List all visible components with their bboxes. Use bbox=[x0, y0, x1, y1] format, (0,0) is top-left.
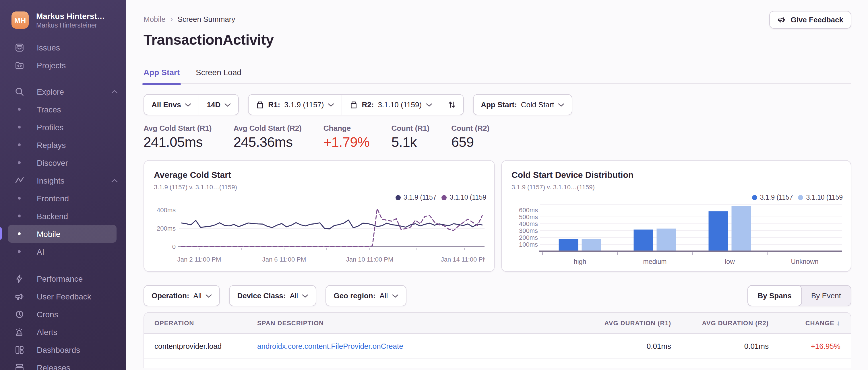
give-feedback-button[interactable]: Give Feedback bbox=[769, 11, 851, 29]
stack-icon bbox=[14, 362, 25, 370]
stat-value: 659 bbox=[451, 134, 489, 150]
env-date-filter: All Envs 14D bbox=[144, 94, 239, 115]
cell-operation: contentprovider.load bbox=[154, 342, 257, 350]
sidebar: MH Markus Hinterst… Markus Hintersteiner… bbox=[0, 0, 126, 370]
sidebar-item-replays[interactable]: Replays bbox=[0, 136, 126, 154]
bullet-icon bbox=[18, 214, 21, 217]
toggle-by-spans[interactable]: By Spans bbox=[747, 285, 802, 306]
stat-avg-cold-start-r2: Avg Cold Start (R2) 245.36ms bbox=[234, 124, 301, 150]
sidebar-item-traces[interactable]: Traces bbox=[0, 100, 126, 118]
geo-region-filter[interactable]: Geo region: All bbox=[326, 286, 406, 306]
sidebar-item-crons[interactable]: Crons bbox=[0, 305, 126, 323]
device-class-label: Device Class: bbox=[237, 292, 286, 300]
legend-dot bbox=[442, 195, 447, 200]
sidebar-item-label: Profiles bbox=[37, 123, 63, 132]
stat-label: Avg Cold Start (R1) bbox=[144, 124, 212, 133]
stat-label: Avg Cold Start (R2) bbox=[234, 124, 301, 133]
sidebar-item-label: Performance bbox=[37, 274, 83, 283]
svg-text:Unknown: Unknown bbox=[791, 258, 818, 265]
pulse-icon bbox=[14, 175, 25, 186]
chevron-down-icon bbox=[392, 294, 398, 297]
sidebar-item-label: AI bbox=[37, 247, 44, 256]
svg-text:400ms: 400ms bbox=[157, 206, 176, 214]
legend-label: 3.1.9 (1157 bbox=[404, 194, 437, 201]
operation-filter[interactable]: Operation: All bbox=[144, 286, 219, 306]
megaphone-icon bbox=[14, 291, 25, 301]
device-class-filter[interactable]: Device Class: All bbox=[229, 286, 316, 306]
chart-subtitle: 3.1.9 (1157) v. 3.1.10…(1159) bbox=[512, 183, 851, 191]
col-avg-duration-r1[interactable]: AVG DURATION (R1) bbox=[574, 319, 671, 327]
table-header: OPERATION SPAN DESCRIPTION AVG DURATION … bbox=[144, 313, 851, 334]
sidebar-item-insights[interactable]: Insights bbox=[0, 171, 126, 189]
bullet-icon bbox=[18, 161, 21, 164]
legend-label: 3.1.9 (1157 bbox=[760, 194, 793, 201]
col-avg-duration-r2[interactable]: AVG DURATION (R2) bbox=[671, 319, 769, 327]
sidebar-item-frontend[interactable]: Frontend bbox=[0, 189, 126, 207]
line-chart[interactable]: 200ms400ms0Jan 2 11:00 PMJan 6 11:00 PMJ… bbox=[152, 202, 485, 268]
megaphone-icon bbox=[777, 15, 786, 24]
bullet-icon bbox=[18, 250, 21, 253]
svg-text:300ms: 300ms bbox=[519, 227, 538, 234]
env-filter[interactable]: All Envs bbox=[144, 95, 199, 115]
sidebar-item-projects[interactable]: Projects bbox=[0, 56, 126, 74]
sidebar-item-releases[interactable]: Releases bbox=[0, 359, 126, 370]
sidebar-item-profiles[interactable]: Profiles bbox=[0, 118, 126, 136]
cell-span-description-link[interactable]: androidx.core.content.FileProvider.onCre… bbox=[257, 342, 574, 350]
view-toggle: By Spans By Event bbox=[747, 285, 851, 306]
operation-value: All bbox=[193, 292, 202, 300]
chevron-up-icon[interactable] bbox=[112, 179, 118, 182]
sidebar-item-discover[interactable]: Discover bbox=[0, 154, 126, 171]
sidebar-item-ai[interactable]: AI bbox=[0, 243, 126, 261]
swap-arrows-icon bbox=[447, 100, 456, 109]
svg-text:200ms: 200ms bbox=[519, 234, 538, 241]
chart-subtitle: 3.1.9 (1157) v. 3.1.10…(1159) bbox=[154, 183, 494, 191]
sidebar-item-label: User Feedback bbox=[37, 292, 91, 301]
stat-label: Change bbox=[323, 124, 370, 133]
sidebar-item-alerts[interactable]: Alerts bbox=[0, 323, 126, 341]
date-range-filter[interactable]: 14D bbox=[199, 95, 239, 115]
device-class-value: All bbox=[290, 292, 298, 300]
tab-screen-load[interactable]: Screen Load bbox=[196, 68, 241, 77]
col-span-description[interactable]: SPAN DESCRIPTION bbox=[257, 319, 574, 327]
sidebar-item-mobile[interactable]: Mobile bbox=[8, 225, 117, 243]
sort-desc-icon[interactable]: ↓ bbox=[837, 319, 840, 327]
table-row[interactable]: contentprovider.load androidx.core.conte… bbox=[144, 334, 851, 359]
svg-text:low: low bbox=[725, 258, 735, 265]
sidebar-item-dashboards[interactable]: Dashboards bbox=[0, 341, 126, 359]
chevron-down-icon bbox=[328, 103, 334, 106]
sidebar-item-label: Traces bbox=[37, 105, 61, 114]
sidebar-item-label: Insights bbox=[37, 176, 65, 185]
sidebar-item-backend[interactable]: Backend bbox=[0, 207, 126, 225]
sidebar-item-performance[interactable]: Performance bbox=[0, 270, 126, 288]
chevron-up-icon[interactable] bbox=[112, 90, 118, 93]
tab-bar: App Start Screen Load bbox=[144, 68, 851, 84]
projects-icon bbox=[14, 60, 25, 70]
col-operation[interactable]: OPERATION bbox=[154, 319, 257, 327]
breadcrumb-parent[interactable]: Mobile bbox=[144, 15, 166, 24]
legend-dot bbox=[752, 195, 757, 200]
sidebar-item-label: Replays bbox=[37, 140, 66, 149]
svg-text:600ms: 600ms bbox=[519, 206, 538, 214]
sidebar-item-explore[interactable]: Explore bbox=[0, 82, 126, 100]
toggle-by-event[interactable]: By Event bbox=[801, 286, 851, 306]
sidebar-item-issues[interactable]: Issues bbox=[0, 38, 126, 56]
swap-releases-button[interactable] bbox=[439, 95, 463, 115]
tab-app-start[interactable]: App Start bbox=[144, 68, 180, 77]
chevron-down-icon bbox=[224, 103, 231, 106]
app-start-type-value: Cold Start bbox=[521, 100, 554, 109]
sidebar-item-user-feedback[interactable]: User Feedback bbox=[0, 288, 126, 305]
bullet-icon bbox=[18, 108, 21, 111]
r1-label: R1: bbox=[268, 100, 280, 109]
release-r2-selector[interactable]: R2: 3.1.10 (1159) bbox=[342, 95, 440, 115]
chart-legend: 3.1.9 (1157 3.1.10 (1159 bbox=[752, 194, 843, 201]
bar-chart[interactable]: 100ms200ms300ms400ms500ms600mshighmedium… bbox=[509, 202, 842, 270]
stat-count-r1: Count (R1) 5.1k bbox=[391, 124, 429, 150]
app-start-type-filter[interactable]: App Start: Cold Start bbox=[473, 95, 572, 115]
grid-icon bbox=[14, 344, 25, 355]
org-switcher[interactable]: MH Markus Hinterst… Markus Hintersteiner bbox=[0, 0, 126, 29]
release-r1-selector[interactable]: R1: 3.1.9 (1157) bbox=[249, 95, 342, 115]
col-change[interactable]: CHANGE↓ bbox=[769, 319, 840, 327]
svg-text:Jan 2 11:00 PM: Jan 2 11:00 PM bbox=[177, 256, 221, 263]
span-filter-bar: Operation: All Device Class: All Geo reg… bbox=[144, 285, 851, 306]
svg-text:high: high bbox=[574, 258, 586, 265]
